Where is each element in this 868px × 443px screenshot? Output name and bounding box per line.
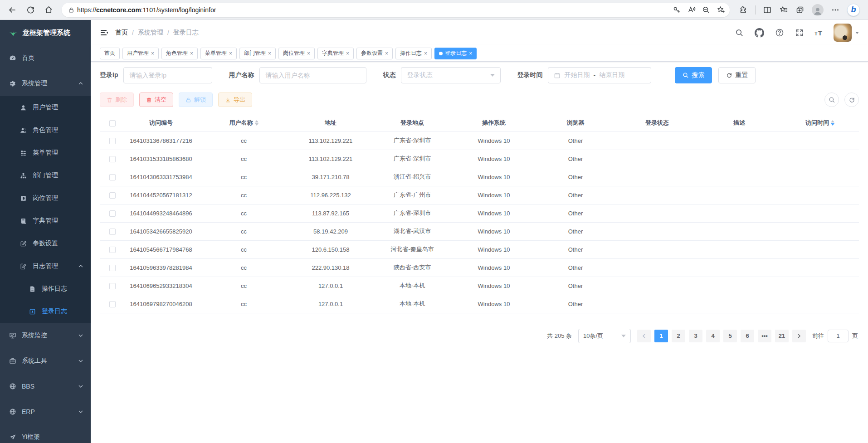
sidebar-item-erp[interactable]: ERP <box>0 399 91 424</box>
page-button-5[interactable]: 5 <box>723 330 737 342</box>
table-search-icon[interactable] <box>824 92 839 107</box>
breadcrumb-home[interactable]: 首页 <box>115 29 128 37</box>
delete-button[interactable]: 删除 <box>100 92 134 107</box>
tab-users[interactable]: 用户管理× <box>122 48 159 59</box>
table-row[interactable]: 1641043063331753984cc39.171.210.78浙江省-绍兴… <box>100 168 859 186</box>
sort-icon[interactable] <box>831 120 834 126</box>
refresh-icon[interactable] <box>23 2 38 18</box>
page-button-1[interactable]: 1 <box>654 330 668 342</box>
zoom-out-icon[interactable] <box>702 6 710 14</box>
sidebar-item-logs[interactable]: 日志管理 <box>0 255 91 277</box>
goto-page-input[interactable] <box>828 330 848 342</box>
table-row[interactable]: 1641069652933218304cc127.0.0.1本地-本机Windo… <box>100 277 859 295</box>
row-checkbox[interactable] <box>109 192 116 199</box>
tab-parameters[interactable]: 参数设置× <box>356 48 393 59</box>
back-icon[interactable] <box>5 2 20 18</box>
header-search-icon[interactable] <box>735 29 744 37</box>
address-bar[interactable]: https://ccnetcore.com:1101/system/log/lo… <box>62 3 730 17</box>
table-row[interactable]: 1641031533185863680cc113.102.129.221广东省-… <box>100 150 859 168</box>
sidebar-item-login-log[interactable]: 登录日志 <box>0 300 91 323</box>
next-page-button[interactable] <box>792 330 806 342</box>
tab-home[interactable]: 首页 <box>100 48 120 59</box>
row-checkbox[interactable] <box>109 247 116 253</box>
table-row[interactable]: 1641069798270046208cc127.0.0.1本地-本机Windo… <box>100 295 859 313</box>
sidebar-item-tools[interactable]: 系统工具 <box>0 348 91 374</box>
split-screen-icon[interactable] <box>763 5 772 15</box>
row-checkbox[interactable] <box>109 138 116 144</box>
user-avatar[interactable] <box>834 24 852 42</box>
sidebar-item-dictionary[interactable]: 字典管理 <box>0 209 91 232</box>
sidebar-item-roles[interactable]: 角色管理 <box>0 119 91 141</box>
sidebar-item-monitor[interactable]: 系统监控 <box>0 323 91 348</box>
table-row[interactable]: 1641059633978281984cc222.90.130.18陕西省-西安… <box>100 258 859 277</box>
sidebar-item-system[interactable]: 系统管理 <box>0 71 91 96</box>
user-name-input[interactable] <box>265 72 361 79</box>
browser-profile-avatar[interactable] <box>812 4 824 16</box>
sidebar-item-users[interactable]: 用户管理 <box>0 96 91 119</box>
close-icon[interactable]: × <box>190 51 193 56</box>
tab-departments[interactable]: 部门管理× <box>239 48 276 59</box>
row-checkbox[interactable] <box>109 301 116 307</box>
unlock-button[interactable]: 解锁 <box>179 92 213 107</box>
tab-operation-log[interactable]: 操作日志× <box>395 48 432 59</box>
row-checkbox[interactable] <box>109 156 116 162</box>
read-aloud-icon[interactable] <box>687 5 696 14</box>
sidebar-item-menus[interactable]: 菜单管理 <box>0 141 91 164</box>
favorites-bar-icon[interactable] <box>779 5 788 15</box>
tab-login-log[interactable]: 登录日志× <box>434 48 477 59</box>
table-row[interactable]: 1641044520567181312cc112.96.225.132广东省-广… <box>100 186 859 204</box>
sidebar-item-departments[interactable]: 部门管理 <box>0 164 91 187</box>
close-icon[interactable]: × <box>229 51 232 56</box>
table-refresh-icon[interactable] <box>844 92 859 107</box>
font-size-icon[interactable]: TT <box>814 29 823 37</box>
close-icon[interactable]: × <box>385 51 388 56</box>
col-visit-time[interactable]: 访问时间 <box>781 114 859 131</box>
page-button-4[interactable]: 4 <box>706 330 720 342</box>
password-key-icon[interactable] <box>673 6 681 14</box>
collections-icon[interactable] <box>795 5 805 15</box>
sidebar-item-home[interactable]: 首页 <box>0 45 91 71</box>
more-pages-button[interactable]: ••• <box>758 330 771 342</box>
page-button-6[interactable]: 6 <box>741 330 754 342</box>
browser-settings-icon[interactable] <box>831 5 840 15</box>
search-button[interactable]: 搜索 <box>675 67 712 83</box>
clear-button[interactable]: 清空 <box>139 92 173 107</box>
bing-chat-icon[interactable]: b <box>847 4 860 16</box>
sidebar-item-parameters[interactable]: 参数设置 <box>0 232 91 255</box>
table-row[interactable]: 1641054566717984768cc120.6.150.158河北省-秦皇… <box>100 240 859 258</box>
row-checkbox[interactable] <box>109 283 116 289</box>
avatar-caret-icon[interactable] <box>855 32 859 34</box>
site-security-icon[interactable] <box>68 7 74 13</box>
sidebar-item-yi-framework[interactable]: Yi框架 <box>0 424 91 443</box>
close-icon[interactable]: × <box>424 51 427 56</box>
close-icon[interactable]: × <box>151 51 154 56</box>
sidebar-item-posts[interactable]: 岗位管理 <box>0 187 91 209</box>
sidebar-item-bbs[interactable]: BBS <box>0 374 91 399</box>
prev-page-button[interactable] <box>637 330 651 342</box>
row-checkbox[interactable] <box>109 210 116 217</box>
row-checkbox[interactable] <box>109 229 116 235</box>
home-icon[interactable] <box>41 2 56 18</box>
tab-dictionary[interactable]: 字典管理× <box>317 48 354 59</box>
page-button-3[interactable]: 3 <box>689 330 702 342</box>
select-all-checkbox[interactable] <box>109 120 116 127</box>
page-button-2[interactable]: 2 <box>672 330 685 342</box>
help-icon[interactable] <box>775 28 784 37</box>
tab-menus[interactable]: 菜单管理× <box>200 48 237 59</box>
login-ip-input[interactable] <box>129 72 206 79</box>
date-range-picker[interactable]: 开始日期 - 结束日期 <box>548 67 651 83</box>
github-icon[interactable] <box>755 28 764 38</box>
row-checkbox[interactable] <box>109 265 116 271</box>
close-icon[interactable]: × <box>268 51 271 56</box>
col-user-name[interactable]: 用户名称 <box>197 114 290 131</box>
row-checkbox[interactable] <box>109 174 116 180</box>
sidebar-item-operation-log[interactable]: 操作日志 <box>0 277 91 300</box>
page-size-select[interactable]: 10条/页 <box>578 329 631 343</box>
close-icon[interactable]: × <box>307 51 310 56</box>
tab-roles[interactable]: 角色管理× <box>161 48 198 59</box>
page-button-last[interactable]: 21 <box>775 330 789 342</box>
extensions-icon[interactable] <box>739 5 748 15</box>
close-icon[interactable]: × <box>346 51 349 56</box>
sort-icon[interactable] <box>255 120 258 126</box>
sidebar-fold-icon[interactable] <box>100 28 109 37</box>
